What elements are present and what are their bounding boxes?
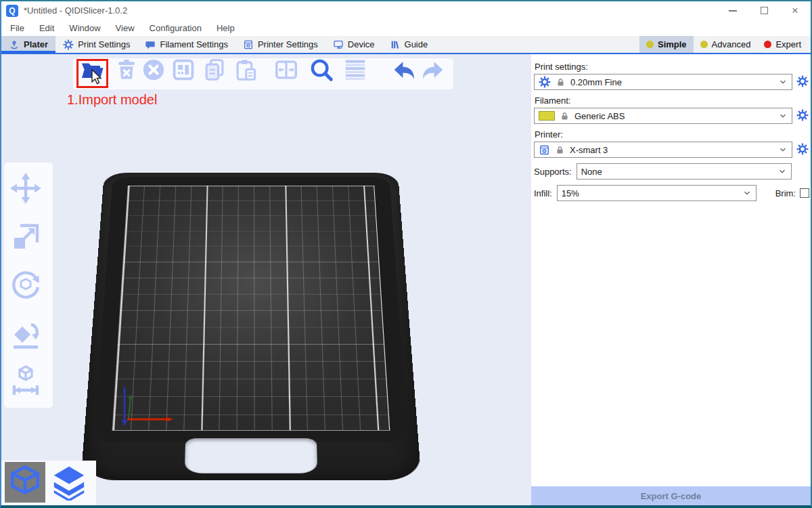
move-tool-button[interactable] [9,172,42,205]
chevron-down-icon [778,145,788,154]
sliced-layers-icon [50,463,88,501]
measure-tool-button[interactable] [9,364,42,397]
undo-button[interactable] [391,57,417,83]
advanced-mode-dot-icon [700,41,708,48]
filament-label: Filament: [535,96,809,106]
variable-layer-height-button[interactable] [342,57,368,83]
tab-label: Guide [405,39,428,49]
chevron-down-icon [742,188,752,198]
infill-combo[interactable]: 15% [557,185,757,201]
scale-icon [9,221,42,253]
delete-all-button[interactable] [141,57,166,83]
copy-button[interactable] [202,57,227,83]
rotate-tool-button[interactable] [9,268,42,301]
print-settings-combo[interactable]: 0.20mm Fine [534,74,792,90]
menubar: File Edit Window View Configuration Help [1,20,811,36]
edit-print-settings-button[interactable] [796,75,809,89]
lock-icon [560,111,570,121]
scale-tool-button[interactable] [9,221,42,253]
split-to-objects-button[interactable] [273,57,299,83]
tab-print-settings[interactable]: Print Settings [55,36,137,53]
delete-button[interactable] [114,57,139,83]
tab-printer-settings[interactable]: Printer Settings [235,36,325,53]
measure-icon [9,364,42,397]
delete-all-icon [141,57,166,83]
window-title: *Untitled - QIDISlicer-1.0.2 [24,5,127,16]
mode-simple[interactable]: Simple [639,36,694,53]
origin-axes-icon [103,379,184,433]
edit-filament-button[interactable] [796,109,809,123]
chevron-down-icon [778,77,788,87]
mode-label: Expert [775,39,801,49]
tab-filament-settings[interactable]: Filament Settings [137,36,235,53]
print-bed-handle-cutout [185,438,318,473]
minimize-icon [729,10,737,12]
close-button[interactable]: × [780,1,811,20]
filament-color-swatch [539,111,555,121]
tab-label: Filament Settings [160,39,227,49]
tab-label: Device [348,39,375,49]
tab-device[interactable]: Device [325,36,382,53]
filament-combo[interactable]: Generic ABS [534,108,792,124]
menu-file[interactable]: File [3,20,32,36]
redo-button[interactable] [420,57,446,83]
menu-window[interactable]: Window [62,20,108,36]
place-on-face-tool-button[interactable] [9,317,42,350]
supports-value: None [581,167,773,177]
viewport-3d[interactable]: 1.Import model [1,54,531,507]
brim-checkbox[interactable] [800,188,809,198]
search-button[interactable] [309,57,334,83]
printer-value: X-smart 3 [570,145,773,155]
tab-label: Printer Settings [258,39,318,49]
paste-button[interactable] [233,57,258,83]
supports-combo[interactable]: None [577,163,792,179]
gear-icon [796,143,809,155]
menu-edit[interactable]: Edit [32,20,62,36]
tab-plater[interactable]: Plater [1,36,55,53]
mode-label: Advanced [712,39,751,49]
menu-configuration[interactable]: Configuration [142,20,209,36]
split-icon [273,57,299,83]
printer-combo[interactable]: X-smart 3 [534,142,792,158]
paste-icon [233,57,258,83]
copy-icon [202,57,227,83]
arrange-button[interactable] [171,57,196,83]
simple-mode-dot-icon [646,41,654,48]
preview-sliced-view-button[interactable] [49,462,89,503]
titlebar: Q *Untitled - QIDISlicer-1.0.2 × [1,1,811,20]
layers-lines-icon [342,57,368,83]
chevron-down-icon [778,111,788,121]
app-window: Q *Untitled - QIDISlicer-1.0.2 × File Ed… [0,0,812,508]
tab-label: Print Settings [78,39,130,49]
export-gcode-button[interactable]: Export G-code [531,486,811,506]
menu-help[interactable]: Help [209,20,242,36]
guide-books-icon [390,39,401,50]
infill-value: 15% [562,188,738,198]
move-icon [9,172,42,205]
maximize-button[interactable] [748,1,780,20]
3d-editor-view-button[interactable] [5,462,45,503]
menu-view[interactable]: View [108,20,142,36]
brim-label: Brim: [775,188,796,198]
print-settings-label: Print settings: [535,62,809,72]
printer-icon [539,144,550,156]
lock-icon [556,77,566,87]
printer-label: Printer: [535,129,809,140]
mode-expert[interactable]: Expert [757,36,808,53]
close-icon: × [792,5,798,16]
mode-switcher: Simple Advanced Expert [639,36,808,53]
minimize-button[interactable] [717,1,748,20]
search-icon [309,57,334,83]
annotation-import-model: 1.Import model [67,92,157,108]
tab-guide[interactable]: Guide [382,36,436,53]
plater-icon [9,39,20,50]
arrange-icon [171,57,196,83]
gear-icon [63,39,74,50]
device-monitor-icon [333,39,344,50]
gear-icon [796,75,809,87]
gear-icon [796,109,809,121]
expert-mode-dot-icon [764,41,771,48]
edit-printer-button[interactable] [796,143,809,156]
mode-advanced[interactable]: Advanced [694,36,758,53]
printer-icon [243,39,254,50]
